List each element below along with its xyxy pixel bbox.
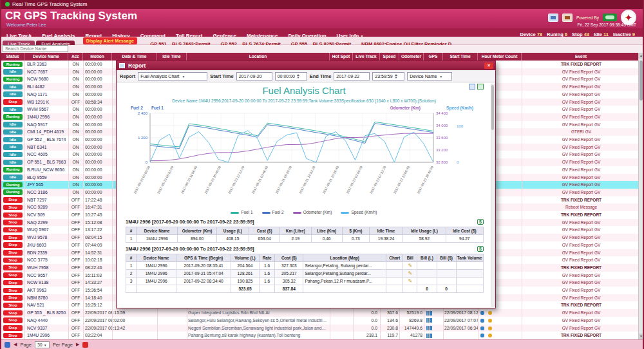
start-date-input[interactable]: 2017-09-20: [236, 72, 272, 80]
legend-item[interactable]: Odometer (Km): [293, 210, 332, 214]
status-badge: Stop: [3, 303, 23, 308]
device-name-select[interactable]: Device Name▼: [407, 72, 452, 80]
status-badge: Runing: [3, 114, 23, 120]
event-value: GV Fixed Report GV: [522, 151, 641, 158]
hotspot-icon[interactable]: [488, 311, 492, 315]
display-alert-button[interactable]: Display Alert Message: [83, 37, 137, 44]
table-cell: 408.15: [216, 235, 249, 243]
column-header-hour-meter-count[interactable]: Hour Meter Count: [478, 53, 522, 61]
welcome-text[interactable]: Welcome:Peter Lee: [6, 23, 46, 27]
grid-scrollbar[interactable]: ▲ ▼: [638, 53, 643, 339]
livetrack-icon[interactable]: [480, 326, 484, 330]
table-cell: 305.32: [275, 278, 303, 285]
gps-signal-icon[interactable]: [426, 318, 432, 323]
acc-value: OFF: [68, 279, 83, 287]
close-icon[interactable]: ×: [484, 62, 493, 69]
column-header-start-time[interactable]: Start Time: [443, 53, 478, 61]
legend-item[interactable]: Fuel 1: [231, 210, 252, 214]
svg-text:2017-09-21 09:20:00: 2017-09-21 09:20:00: [274, 165, 292, 194]
legend-item[interactable]: Speed (Km/h): [341, 210, 377, 214]
acc-value: ON: [68, 91, 83, 99]
column-header-speed[interactable]: Speed: [380, 53, 399, 61]
edit-bill-icon[interactable]: ✎: [408, 278, 412, 284]
modal-scrollbar[interactable]: [491, 84, 495, 307]
prev-page-icon[interactable]: ◀: [14, 342, 17, 347]
edit-bill-icon[interactable]: ✎: [408, 263, 412, 269]
gps-signal-icon[interactable]: [426, 326, 432, 330]
scroll-thumb[interactable]: [639, 61, 643, 100]
column-header-date-time[interactable]: Date & Time: [112, 53, 157, 61]
export-refuel-icon[interactable]: $: [477, 246, 484, 252]
end-time-input[interactable]: 23:59:59: [372, 72, 404, 80]
search-input[interactable]: [3, 45, 68, 52]
page-size-select[interactable]: 30 ▼: [35, 341, 50, 348]
scroll-up-icon[interactable]: ▲: [639, 53, 643, 59]
table-row[interactable]: StopNAQ 4440OFF22/09/2017 09:02:00Selang…: [1, 317, 641, 325]
table-cell: 1M4U 2996: [137, 262, 176, 270]
acc-value: ON: [68, 144, 83, 151]
gps-signal-icon[interactable]: [426, 334, 432, 338]
table-row[interactable]: StopNCV 9337OFF22/09/2017 09:13:42Negeri…: [1, 325, 641, 332]
acc-value: ON: [68, 61, 83, 68]
next-page-icon[interactable]: ▶: [76, 342, 79, 347]
table-cell: 2017-09-22 08:34:40: [176, 278, 231, 285]
event-value: GV Fixed Report GV: [522, 83, 641, 91]
refresh-icon[interactable]: [5, 342, 10, 348]
column-header-odometer[interactable]: Odometer: [399, 53, 424, 61]
motion-time: 00:00:00: [85, 174, 112, 182]
location-text: Guper Integrated Logistics Sdn Bhd NILAI: [188, 309, 328, 317]
svg-text:2017-09-21 14:53:20: 2017-09-21 14:53:20: [298, 165, 316, 194]
legend-item[interactable]: Fuel 2: [262, 210, 284, 214]
livetrack-icon[interactable]: [480, 334, 484, 337]
status-badge: Stop: [3, 212, 23, 218]
column-header-acc[interactable]: Acc: [68, 53, 83, 61]
report-type-select[interactable]: Fuel Analysis Chart▼: [138, 72, 207, 80]
legend-swatch: [341, 212, 349, 214]
table-row[interactable]: 31M4U 29962017-09-22 08:34:40190.8251.63…: [126, 278, 484, 285]
fuel1-axis-title: Fuel 1: [151, 106, 164, 110]
column-header-status[interactable]: Status: [1, 53, 24, 61]
hotspot-icon[interactable]: [488, 334, 492, 337]
table-column-litre-km-: Litre (Km): [311, 227, 342, 235]
report-modal: Report × Report Fuel Analysis Chart▼ Sta…: [116, 61, 496, 308]
scroll-down-icon[interactable]: ▼: [639, 334, 643, 339]
total-cell: [126, 285, 137, 293]
column-header-live-track[interactable]: Live Track: [353, 53, 380, 61]
gps-signal-icon[interactable]: [426, 311, 432, 316]
column-header-motion[interactable]: Motion: [83, 53, 112, 61]
time-spinner[interactable]: [297, 74, 299, 79]
livetrack-icon[interactable]: [480, 319, 484, 323]
export-summary-icon[interactable]: $: [477, 219, 484, 225]
page-label: Page: [20, 342, 32, 348]
device-name: BLI 4482: [27, 83, 68, 91]
end-date-input[interactable]: 2017-09-22: [334, 72, 370, 80]
table-cell: [437, 270, 456, 278]
start-time-input[interactable]: 00:00:00: [275, 72, 307, 80]
table-row[interactable]: 11M4U 2996894.00408.15653.042.190.460.73…: [126, 235, 484, 243]
acc-value: OFF: [68, 301, 83, 309]
time-spinner[interactable]: [395, 74, 397, 79]
column-header-location[interactable]: Location: [187, 53, 330, 61]
livetrack-icon[interactable]: [480, 311, 484, 315]
alert-icon[interactable]: [82, 342, 88, 348]
event-value: GV Fixed Report GV: [522, 294, 641, 302]
column-header-gps[interactable]: GPS: [424, 53, 443, 61]
tools-icon[interactable]: [562, 14, 573, 22]
report-modal-titlebar[interactable]: Report ×: [117, 61, 495, 70]
column-header-hot-spot[interactable]: Hot Spot: [330, 53, 353, 61]
hotspot-icon[interactable]: [488, 319, 492, 323]
table-row[interactable]: StopGP 555 _ BLS 8250OFF22/09/2017 08:15…: [1, 309, 641, 317]
legend-swatch: [262, 212, 270, 214]
hotspot-icon[interactable]: [488, 326, 492, 330]
table-row[interactable]: 11M4U 29962017-09-20 08:35:41204.5641.63…: [126, 262, 484, 270]
edit-bill-icon[interactable]: ✎: [408, 270, 412, 276]
speed-value: 238.1: [353, 332, 377, 339]
column-header-event[interactable]: Event: [522, 53, 641, 61]
column-header-device-name[interactable]: Device Name: [24, 53, 68, 61]
monitor-icon[interactable]: [548, 14, 558, 22]
column-header-idle-time[interactable]: Idle Time: [157, 53, 187, 61]
odometer-value: 147449.6: [399, 325, 422, 332]
table-row[interactable]: Stop1M4U 2996OFF03:22:04Pahang,Bentung,s…: [1, 332, 641, 339]
table-row[interactable]: 21M4U 29962017-09-21 05:47:04128.2611.62…: [126, 270, 484, 278]
table-cell: 1: [126, 262, 137, 270]
